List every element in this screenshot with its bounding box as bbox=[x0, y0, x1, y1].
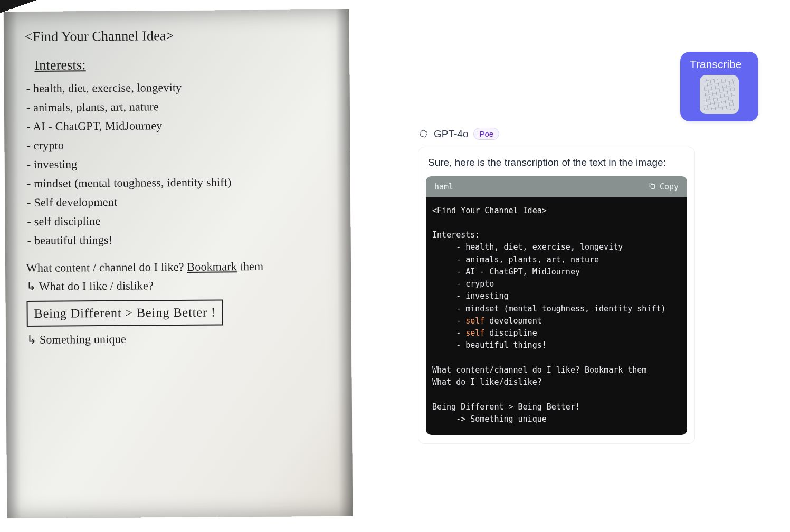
code-block-language: haml bbox=[434, 182, 453, 192]
model-header: GPT-4o Poe bbox=[418, 128, 499, 140]
hand-section-interests: Interests: bbox=[34, 53, 335, 76]
platform-chip[interactable]: Poe bbox=[473, 128, 499, 140]
copy-label: Copy bbox=[660, 182, 679, 192]
hand-interest-item: self discipline bbox=[27, 211, 336, 231]
hand-title: <Find Your Channel Idea> bbox=[25, 24, 335, 48]
copy-button[interactable]: Copy bbox=[648, 182, 679, 192]
copy-icon bbox=[648, 182, 656, 192]
hand-interest-item: crypto bbox=[26, 135, 335, 155]
hand-boxed-statement: Being Different > Being Better ! bbox=[26, 299, 223, 327]
hand-interest-item: mindset (mental toughness, identity shif… bbox=[27, 173, 336, 193]
openai-icon bbox=[418, 129, 429, 139]
hand-interest-item: investing bbox=[27, 154, 336, 174]
hand-interest-item: Self development bbox=[27, 192, 336, 212]
attachment-thumbnail[interactable] bbox=[700, 75, 739, 114]
user-message-bubble[interactable]: Transcribe bbox=[680, 52, 758, 121]
chat-panel: Transcribe GPT-4o Poe Sure, here is the … bbox=[359, 0, 790, 532]
user-message-text: Transcribe bbox=[690, 58, 741, 71]
hand-interest-item: health, diet, exercise, longevity bbox=[26, 78, 335, 98]
hand-interest-item: beautiful things! bbox=[27, 230, 336, 250]
code-block: haml Copy <Find Your Channel Idea> Inter… bbox=[426, 176, 687, 435]
assistant-intro-text: Sure, here is the transcription of the t… bbox=[418, 155, 694, 176]
hand-interest-item: AI - ChatGPT, MidJourney bbox=[26, 116, 335, 136]
code-block-content[interactable]: <Find Your Channel Idea> Interests: - he… bbox=[426, 197, 687, 435]
hand-interests-list: health, diet, exercise, longevityanimals… bbox=[26, 78, 336, 250]
svg-rect-0 bbox=[651, 184, 654, 188]
hand-question-1: What content / channel do I like? Bookma… bbox=[26, 257, 336, 277]
model-name: GPT-4o bbox=[434, 128, 468, 140]
code-block-header: haml Copy bbox=[426, 176, 687, 197]
paper-sheet: <Find Your Channel Idea> Interests: heal… bbox=[4, 10, 353, 519]
hand-question-2: What do I like / dislike? bbox=[26, 275, 336, 295]
assistant-message: Sure, here is the transcription of the t… bbox=[418, 147, 695, 444]
hand-unique: Something unique bbox=[27, 329, 337, 349]
hand-interest-item: animals, plants, art, nature bbox=[26, 97, 335, 117]
handwritten-note-photo: <Find Your Channel Idea> Interests: heal… bbox=[0, 0, 359, 532]
